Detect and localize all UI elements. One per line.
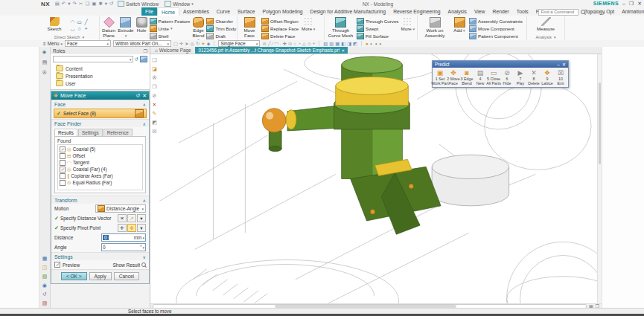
shaded-view-icon[interactable]: ▧ [323, 40, 328, 47]
face-analysis-icon[interactable]: ◧ [341, 40, 345, 47]
true-shading-icon[interactable]: ● [366, 40, 369, 47]
type-filter-dropdown[interactable]: Face▾ [65, 40, 111, 47]
distance-input[interactable]: 0 mm ▾ [101, 233, 146, 242]
rectangle-icon[interactable]: ▭ [76, 19, 83, 25]
extrude-button[interactable]: Extrude ▾ [118, 16, 133, 38]
predict-close-icon[interactable]: ✕ [562, 62, 566, 67]
angle-input[interactable]: 0 ° ▾ [101, 243, 146, 251]
model-gray-cylinder[interactable] [432, 155, 508, 206]
found-coaxial-far[interactable]: ✓ ◎ Coaxial (Far) (4) [60, 166, 141, 172]
unit-dropdown-icon[interactable]: ▾ [142, 245, 144, 250]
hole-button[interactable]: Hole [136, 16, 147, 33]
snap-tangent-icon[interactable]: △ [302, 40, 306, 47]
tab-curve[interactable]: Curve [213, 7, 234, 16]
motion-dropdown[interactable]: Distance-Angle ▾ [95, 204, 146, 213]
tab-render[interactable]: Render [489, 7, 513, 16]
selection-scope-dropdown[interactable]: Within Work Part On...▾ [113, 40, 171, 47]
sketch-button[interactable]: Sketch [42, 16, 67, 32]
checkbox[interactable]: ✓ [60, 180, 66, 186]
model-canvas[interactable] [150, 54, 602, 303]
copy-icon[interactable]: ❏ [85, 0, 89, 7]
fill-surface-button[interactable]: Fill Surface [357, 33, 398, 39]
constraint-navigator-icon[interactable]: ✇ [42, 69, 48, 77]
star-dropdown-icon[interactable]: ▾ [105, 0, 107, 7]
face-finder-tab-results[interactable]: Results [54, 129, 77, 136]
shell-button[interactable]: Shell [150, 33, 191, 39]
tab-analysis[interactable]: Analysis [444, 7, 471, 16]
predict-set-work-part[interactable]: ▣ 1 Set Work Part [434, 69, 447, 86]
command-search-input[interactable] [538, 9, 578, 16]
measure-button[interactable]: Measure [533, 16, 558, 32]
pivot-point-icon[interactable]: ✜ [127, 224, 136, 232]
point-dialog-icon[interactable]: ✛ [118, 224, 127, 232]
found-equal-radius-far[interactable]: ✓ ⊙ Equal Radius (Far) [60, 179, 141, 186]
restore-button[interactable]: ❐ [629, 0, 634, 7]
roles-folder-user[interactable]: User [51, 80, 150, 87]
hide-icon[interactable]: ⊘ [153, 92, 157, 99]
predict-minimize-icon[interactable]: – [557, 62, 560, 67]
predict-titlebar[interactable]: Predict – ✕ [433, 61, 568, 68]
point-icon[interactable]: + [83, 25, 89, 32]
history-icon[interactable]: ↺ [42, 291, 48, 298]
redo-icon[interactable]: ↷ [73, 0, 77, 7]
menu-button[interactable]: ≡ Menu ▾ [43, 41, 63, 46]
shape-filter-dropdown[interactable]: Single Face▾ [218, 40, 260, 47]
minimize-ribbon-icon[interactable]: ∧ [593, 9, 597, 16]
add-component-button[interactable]: Add ▾ [452, 16, 467, 33]
snap-quadrant-icon[interactable]: ◔ [298, 40, 301, 47]
dialog-reset-icon[interactable]: ↺ [136, 93, 140, 99]
predict-new[interactable]: ▤ 4 New [474, 69, 487, 86]
circle-icon[interactable]: ○ [76, 25, 83, 32]
settings-section-header[interactable]: Settings∨ [51, 252, 149, 260]
clipboard-icon[interactable]: ❏ [152, 57, 156, 63]
roles-folder-content[interactable]: Content [51, 65, 150, 72]
tab-assemblies[interactable]: Assemblies [179, 7, 213, 16]
snap-grid-icon[interactable]: + [313, 40, 316, 47]
welcome-page-tab[interactable]: ⌂ Welcome Page [152, 47, 194, 54]
tab-polygon-modeling[interactable]: Polygon Modeling [258, 7, 306, 16]
roles-folder-presentation[interactable]: Presentation [51, 72, 150, 80]
unit-dropdown-icon[interactable]: ▾ [142, 236, 144, 240]
shade-icon[interactable]: ◩ [152, 119, 157, 126]
checkbox[interactable]: ✓ [60, 160, 66, 166]
work-on-assembly-button[interactable]: Work on Assembly [420, 16, 450, 38]
predict-hide[interactable]: ⊘ 6 Hide [501, 69, 514, 86]
refresh-selection-icon[interactable]: ↻ [196, 40, 200, 47]
web-browser-icon[interactable]: ◉ [42, 282, 48, 289]
refresh-icon[interactable]: ↺ [135, 57, 138, 62]
line-icon[interactable]: ╱ [83, 19, 89, 25]
synchronous-more-button[interactable]: More ▾ [301, 16, 316, 32]
minimize-button[interactable]: – [622, 0, 625, 7]
tab-home[interactable]: Home [157, 7, 179, 16]
checkbox[interactable]: ✓ [60, 167, 66, 172]
show-result-button[interactable]: Show Result [113, 262, 147, 268]
scroll-thumb[interactable] [599, 83, 601, 164]
float-panel-icon[interactable]: ❐ [144, 48, 147, 54]
tab-design-for-additive-manufacturing[interactable]: Design for Additive Manufacturing [306, 7, 389, 16]
user-icon[interactable]: ● [602, 9, 605, 16]
paste-icon[interactable]: ▣ [92, 0, 96, 7]
dialog-launcher-icon[interactable]: ▾ [82, 35, 84, 40]
fullscreen-icon[interactable]: ❒ [587, 9, 592, 16]
wand-icon[interactable]: ✦ [201, 40, 205, 47]
found-coaxial[interactable]: ✓ ◎ Coaxial (5) [60, 146, 141, 152]
window-layout-icon[interactable]: ◩ [353, 40, 357, 47]
save-icon[interactable]: ▤ [55, 0, 60, 7]
roles-search-dropdown[interactable]: ▾ [53, 56, 133, 62]
pivot-options-icon[interactable]: ▾ [137, 224, 146, 232]
face-finder-tab-reference[interactable]: Reference [103, 129, 133, 136]
swept-button[interactable]: Swept [357, 25, 398, 32]
checkbox[interactable]: ✓ [60, 173, 66, 179]
offset-region-button[interactable]: Offset Region [261, 18, 299, 25]
part-navigator-icon[interactable]: ▦ [42, 255, 48, 262]
part-document-tab[interactable]: 0123456.prt in Assembly ...t Change-Snap… [195, 47, 348, 54]
hd3d-tools-icon[interactable]: ▧ [42, 273, 48, 280]
snap-endpoint-icon[interactable]: ╱ [268, 40, 271, 47]
face-section-header[interactable]: Face∧ [51, 100, 149, 108]
predict-lattice[interactable]: ❖ 9 Lattice [541, 69, 554, 86]
close-all-icon[interactable]: ☒ [152, 128, 156, 135]
link-icon[interactable]: ✇ [153, 74, 157, 81]
tab-animation-designer[interactable]: Animation Designer [618, 7, 644, 16]
vertical-scrollbar[interactable] [597, 54, 602, 303]
touch-icon[interactable]: ✛ [179, 40, 183, 47]
